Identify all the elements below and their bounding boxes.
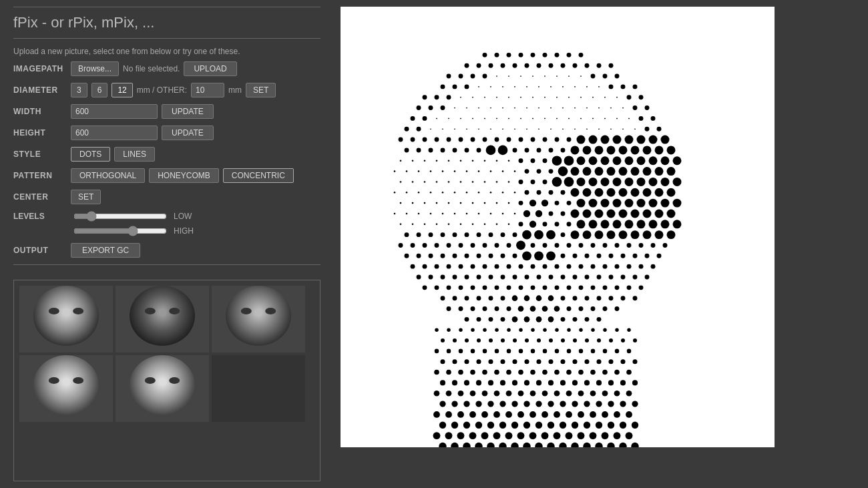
levels-low-label: LOW [174, 212, 192, 221]
pattern-row: PATTERN ORTHOGONAL HONEYCOMB CONCENTRIC [13, 168, 320, 183]
pattern-orthogonal-button[interactable]: ORTHOGONAL [71, 168, 145, 183]
left-panel: fPix - or rPix, mPix, ... Upload a new p… [0, 0, 334, 488]
pattern-concentric-button[interactable]: CONCENTRIC [223, 168, 294, 183]
gallery-divider [13, 264, 320, 265]
style-dots-button[interactable]: DOTS [71, 147, 110, 162]
diameter-row: DIAMETER 3 6 12 mm / OTHER: mm SET [13, 83, 320, 97]
levels-section: LEVELS LOW HIGH [13, 211, 320, 236]
levels-high-row: HIGH [13, 226, 320, 236]
title-divider [13, 38, 320, 39]
width-update-button[interactable]: UPDATE [162, 104, 214, 119]
diameter-mm-label: mm [228, 85, 242, 95]
width-row: WIDTH UPDATE [13, 104, 320, 119]
output-row: OUTPUT EXPORT GC [13, 243, 320, 258]
gallery-canvas-5 [116, 355, 209, 422]
diameter-other-input[interactable] [191, 83, 224, 97]
gallery-item-1[interactable] [19, 286, 113, 352]
diameter-12-button[interactable]: 12 [112, 83, 132, 97]
output-label: OUTPUT [13, 246, 67, 255]
right-panel [334, 0, 868, 488]
gallery-item-2[interactable] [116, 286, 209, 352]
gallery-canvas-1 [19, 286, 113, 352]
levels-label: LEVELS [13, 212, 67, 221]
gallery-item-6[interactable] [212, 355, 305, 422]
center-set-button[interactable]: SET [71, 190, 101, 204]
browse-button[interactable]: Browse... [71, 61, 119, 76]
height-input[interactable] [71, 126, 158, 140]
width-input[interactable] [71, 104, 158, 119]
pattern-label: PATTERN [13, 171, 67, 180]
diameter-other-label: mm / OTHER: [137, 85, 187, 95]
levels-low-slider[interactable] [73, 211, 167, 222]
center-row: CENTER SET [13, 190, 320, 204]
gallery-grid [19, 286, 314, 422]
center-label: CENTER [13, 192, 67, 202]
imagepath-row: IMAGEPATH Browse... No file selected. UP… [13, 61, 320, 76]
pattern-honeycomb-button[interactable]: HONEYCOMB [149, 168, 219, 183]
file-label: No file selected. [123, 64, 180, 73]
gallery-canvas-3 [212, 286, 305, 352]
levels-low-row: LEVELS LOW [13, 211, 320, 222]
export-button[interactable]: EXPORT GC [71, 243, 140, 258]
imagepath-label: IMAGEPATH [13, 64, 67, 73]
gallery-item-3[interactable] [212, 286, 305, 352]
width-label: WIDTH [13, 107, 67, 116]
gallery-section [13, 280, 320, 481]
style-row: STYLE DOTS LINES [13, 147, 320, 162]
gallery-item-5[interactable] [116, 355, 209, 422]
diameter-label: DIAMETER [13, 85, 67, 95]
halftone-canvas [341, 7, 775, 447]
gallery-item-4[interactable] [19, 355, 113, 422]
upload-hint: Upload a new picture, select one from be… [13, 47, 320, 56]
height-label: HEIGHT [13, 128, 67, 138]
style-label: STYLE [13, 150, 67, 159]
upload-button[interactable]: UPLOAD [184, 61, 236, 76]
app-title: fPix - or rPix, mPix, ... [13, 14, 320, 31]
height-row: HEIGHT UPDATE [13, 126, 320, 140]
diameter-3-button[interactable]: 3 [71, 83, 87, 97]
style-lines-button[interactable]: LINES [114, 147, 155, 162]
height-update-button[interactable]: UPDATE [162, 126, 214, 140]
canvas-area [341, 7, 775, 447]
gallery-canvas-4 [19, 355, 113, 422]
gallery-canvas-2 [116, 286, 209, 352]
diameter-6-button[interactable]: 6 [91, 83, 108, 97]
levels-high-slider[interactable] [73, 226, 167, 236]
diameter-set-button[interactable]: SET [246, 83, 276, 97]
levels-high-label: HIGH [174, 226, 194, 236]
top-divider [13, 7, 320, 7]
